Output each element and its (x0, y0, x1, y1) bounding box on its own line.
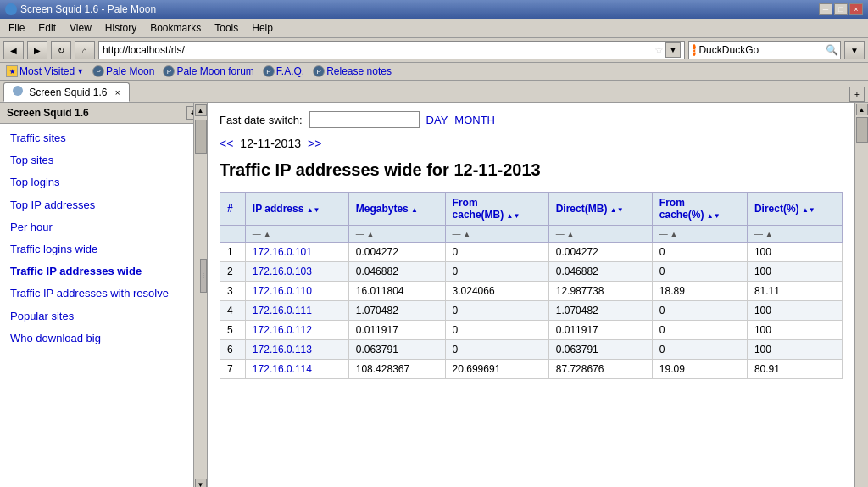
sidebar-item-top-logins[interactable]: Top logins (10, 175, 197, 190)
scroll-down-button[interactable]: ▼ (844, 41, 865, 59)
address-dropdown-button[interactable]: ▼ (665, 42, 681, 58)
ip-link[interactable]: 172.16.0.103 (253, 266, 312, 277)
sidebar-item-traffic-ip-wide[interactable]: Traffic IP addresses wide (10, 264, 197, 279)
cell-direct-mb: 12.987738 (548, 282, 652, 301)
cell-ip: 172.16.0.101 (245, 243, 348, 262)
back-button[interactable]: ◀ (3, 41, 24, 59)
sidebar-item-traffic-ip-resolve[interactable]: Traffic IP addresses with resolve (10, 286, 197, 301)
bookmark-most-visited[interactable]: ★ Most Visited ▼ (3, 64, 86, 78)
col-num[interactable]: # (220, 193, 246, 226)
cell-mb: 0.063791 (348, 340, 445, 360)
forward-button[interactable]: ▶ (27, 41, 47, 59)
ip-sort-icon: ▲▼ (307, 206, 320, 214)
refresh-button[interactable]: ↻ (51, 41, 71, 59)
most-visited-arrow: ▼ (76, 67, 84, 76)
menu-history[interactable]: History (100, 20, 142, 36)
maximize-button[interactable]: □ (834, 3, 848, 15)
sidebar-item-who-download[interactable]: Who download big (10, 331, 197, 346)
menu-help[interactable]: Help (247, 20, 278, 36)
sidebar-item-top-sites[interactable]: Top sites (10, 153, 197, 168)
sidebar-item-traffic-logins-wide[interactable]: Traffic logins wide (10, 242, 197, 257)
next-date-link[interactable]: >> (308, 137, 321, 150)
menu-tools[interactable]: Tools (209, 20, 243, 36)
cache-mb-sort-icon: ▲▼ (507, 212, 520, 220)
menu-edit[interactable]: Edit (33, 20, 61, 36)
new-tab-button[interactable]: + (849, 87, 865, 102)
col-ip-address[interactable]: IP address ▲▼ (245, 193, 348, 226)
menu-bookmarks[interactable]: Bookmarks (145, 20, 206, 36)
ip-link[interactable]: 172.16.0.113 (253, 344, 312, 355)
menu-view[interactable]: View (64, 20, 97, 36)
cache-pct-sort-icon: ▲▼ (707, 212, 721, 220)
col-from-cache-pct[interactable]: Fromcache(%) ▲▼ (652, 193, 747, 226)
sidebar-item-popular-sites[interactable]: Popular sites (10, 309, 197, 324)
resize-handle[interactable]: ⋮ (200, 259, 207, 293)
cell-ip: 172.16.0.114 (245, 360, 348, 379)
cell-num: 3 (220, 282, 246, 301)
main-container: Screen Squid 1.6 + Traffic sites Top sit… (0, 103, 868, 487)
star-icon: ☆ (654, 44, 664, 56)
pale-moon-label: Pale Moon (106, 65, 154, 77)
right-scroll-thumb[interactable] (856, 117, 868, 143)
table-sub-header-row: — ▲ — ▲ — ▲ — ▲ — ▲ — ▲ (220, 226, 843, 243)
date-input[interactable] (309, 111, 420, 128)
address-bar: ☆ ▼ (98, 41, 685, 59)
tab-screen-squid[interactable]: Screen Squid 1.6 × (3, 82, 130, 102)
right-scroll-up[interactable]: ▲ (856, 104, 868, 115)
release-notes-icon: P (313, 65, 325, 77)
bookmark-release-notes[interactable]: P Release notes (310, 64, 394, 78)
address-input[interactable] (103, 44, 653, 56)
cell-ip: 172.16.0.103 (245, 262, 348, 282)
date-nav: << 12-11-2013 >> (220, 137, 843, 150)
menu-file[interactable]: File (3, 20, 30, 36)
bookmark-pale-moon[interactable]: P Pale Moon (90, 64, 157, 78)
title-bar-left: Screen Squid 1.6 - Pale Moon (5, 3, 156, 15)
sidebar-item-traffic-sites[interactable]: Traffic sites (10, 131, 197, 146)
cell-direct-pct: 100 (747, 340, 842, 360)
cell-from-cache-pct: 0 (652, 243, 747, 262)
bookmarks-bar: ★ Most Visited ▼ P Pale Moon P Pale Moon… (0, 63, 868, 81)
sidebar-scroll-thumb[interactable] (195, 120, 207, 154)
cell-from-cache-mb: 0 (445, 243, 548, 262)
pale-moon-forum-icon: P (163, 65, 175, 77)
cell-from-cache-pct: 0 (652, 340, 747, 360)
home-button[interactable]: ⌂ (75, 41, 95, 59)
content-area: Fast date switch: DAY MONTH << 12-11-201… (208, 103, 854, 487)
search-input[interactable] (698, 44, 826, 56)
col-megabytes[interactable]: Megabytes ▲ (348, 193, 445, 226)
sidebar-header: Screen Squid 1.6 + (0, 103, 207, 124)
fast-date-label: Fast date switch: (220, 114, 303, 126)
close-button[interactable]: × (849, 3, 863, 15)
month-link[interactable]: MONTH (454, 114, 495, 126)
prev-date-link[interactable]: << (220, 137, 233, 150)
search-bar: d 🔍 (688, 41, 841, 59)
ip-link[interactable]: 172.16.0.110 (253, 285, 312, 297)
search-icon[interactable]: 🔍 (826, 44, 838, 56)
cell-from-cache-mb: 0 (445, 321, 548, 340)
sidebar-title: Screen Squid 1.6 (7, 107, 89, 119)
cell-ip: 172.16.0.111 (245, 301, 348, 321)
tab-label: Screen Squid 1.6 (29, 87, 107, 98)
title-bar: Screen Squid 1.6 - Pale Moon ─ □ × (0, 0, 868, 19)
sidebar-item-top-ip-addresses[interactable]: Top IP addresses (10, 198, 197, 213)
ip-link[interactable]: 172.16.0.111 (253, 305, 312, 316)
sidebar-scroll-down[interactable]: ▼ (195, 479, 207, 487)
table-row: 6 172.16.0.113 0.063791 0 0.063791 0 100 (220, 340, 843, 360)
bookmark-pale-moon-forum[interactable]: P Pale Moon forum (160, 64, 256, 78)
ip-link[interactable]: 172.16.0.114 (253, 363, 312, 375)
faq-icon: P (263, 65, 275, 77)
minimize-button[interactable]: ─ (819, 3, 832, 15)
col-from-cache-mb[interactable]: Fromcache(MB) ▲▼ (445, 193, 548, 226)
window-title: Screen Squid 1.6 - Pale Moon (20, 3, 156, 15)
bookmark-faq[interactable]: P F.A.Q. (260, 64, 307, 78)
col-direct-pct[interactable]: Direct(%) ▲▼ (747, 193, 842, 226)
sidebar-scroll-up[interactable]: ▲ (195, 104, 207, 116)
col-direct-mb[interactable]: Direct(MB) ▲▼ (548, 193, 652, 226)
sidebar-nav: Traffic sites Top sites Top logins Top I… (0, 124, 207, 360)
cell-mb: 0.004272 (348, 243, 445, 262)
tab-close-icon[interactable]: × (115, 88, 120, 98)
sidebar-item-per-hour[interactable]: Per hour (10, 220, 197, 235)
ip-link[interactable]: 172.16.0.112 (253, 324, 312, 336)
day-link[interactable]: DAY (426, 114, 448, 126)
ip-link[interactable]: 172.16.0.101 (253, 246, 312, 258)
